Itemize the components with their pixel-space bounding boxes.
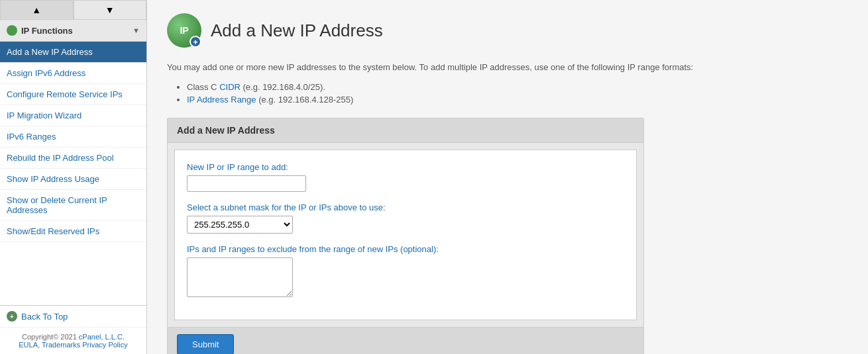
exclude-group: IPs and IP ranges to exclude from the ra… [187,244,624,297]
subnet-select[interactable]: 255.255.255.0 255.255.255.128 255.255.25… [187,216,293,234]
exclude-label: IPs and IP ranges to exclude from the ra… [187,244,624,254]
exclude-textarea[interactable] [187,257,293,297]
plus-badge-icon: + [190,36,201,48]
subnet-select-group: Select a subnet mask for the IP or IPs a… [187,202,624,234]
ip-range-link[interactable]: IP Address Range [187,95,256,105]
subnet-label: Select a subnet mask for the IP or IPs a… [187,202,624,212]
description-text: You may add one or more new IP addresses… [167,61,848,74]
form-panel-header: Add a New IP Address [168,118,643,143]
sidebar-item-ip-migration-wizard[interactable]: IP Migration Wizard [0,105,146,126]
sidebar: ▲ ▼ IP Functions ▼ Add a New IP Address … [0,0,147,354]
copyright-text: Copyright© 2021 [22,333,79,341]
page-header: + Add a New IP Address [167,13,848,48]
page-title: Add a New IP Address [211,21,383,41]
sidebar-item-rebuild-pool[interactable]: Rebuild the IP Address Pool [0,148,146,169]
sidebar-nav-down-button[interactable]: ▼ [74,0,147,19]
list-item-cidr: Class C CIDR (e.g. 192.168.4.0/25). [187,82,848,92]
sidebar-item-ipv6-ranges[interactable]: IPv6 Ranges [0,126,146,148]
form-panel: Add a New IP Address New IP or IP range … [167,118,644,355]
globe-icon [7,25,17,36]
main-content: + Add a New IP Address You may add one o… [147,0,868,354]
sidebar-item-show-delete[interactable]: Show or Delete Current IP Addresses [0,190,146,221]
submit-button[interactable]: Submit [177,334,234,355]
page-header-icon: + [167,13,201,48]
sidebar-section-header-left: IP Functions [7,25,73,36]
ip-input-group: New IP or IP range to add: [187,162,624,192]
sidebar-item-show-usage[interactable]: Show IP Address Usage [0,169,146,190]
sidebar-nav-buttons: ▲ ▼ [0,0,146,20]
sidebar-section-header: IP Functions ▼ [0,20,146,42]
back-to-top-label: Back To Top [21,312,68,322]
trademarks-link[interactable]: Trademarks [42,341,80,349]
eula-link[interactable]: EULA [19,341,38,349]
form-panel-footer: Submit [168,327,643,355]
sidebar-footer: Copyright© 2021 cPanel, L.L.C. EULA, Tra… [0,327,146,354]
description-list: Class C CIDR (e.g. 192.168.4.0/25). IP A… [187,82,848,105]
sidebar-item-add-new-ip[interactable]: Add a New IP Address [0,42,146,63]
sidebar-nav-up-button[interactable]: ▲ [0,0,74,19]
sidebar-section-label: IP Functions [21,26,73,36]
cpanel-link[interactable]: cPanel, L.L.C. [79,333,125,341]
sidebar-items-list: Add a New IP Address Assign IPv6 Address… [0,42,146,242]
ip-input[interactable] [187,175,306,192]
cidr-link[interactable]: CIDR [219,82,241,92]
form-panel-body: New IP or IP range to add: Select a subn… [174,150,637,320]
sidebar-item-assign-ipv6[interactable]: Assign IPv6 Address [0,63,146,84]
sidebar-item-show-reserved[interactable]: Show/Edit Reserved IPs [0,221,146,242]
back-to-top-icon: + [7,311,17,322]
list-item-ip-range: IP Address Range (e.g. 192.168.4.128-255… [187,95,848,105]
privacy-policy-link[interactable]: Privacy Policy [82,341,127,349]
sidebar-item-configure-remote[interactable]: Configure Remote Service IPs [0,84,146,105]
back-to-top-button[interactable]: + Back To Top [0,305,146,327]
ip-label: New IP or IP range to add: [187,162,624,172]
chevron-down-icon[interactable]: ▼ [133,26,140,34]
